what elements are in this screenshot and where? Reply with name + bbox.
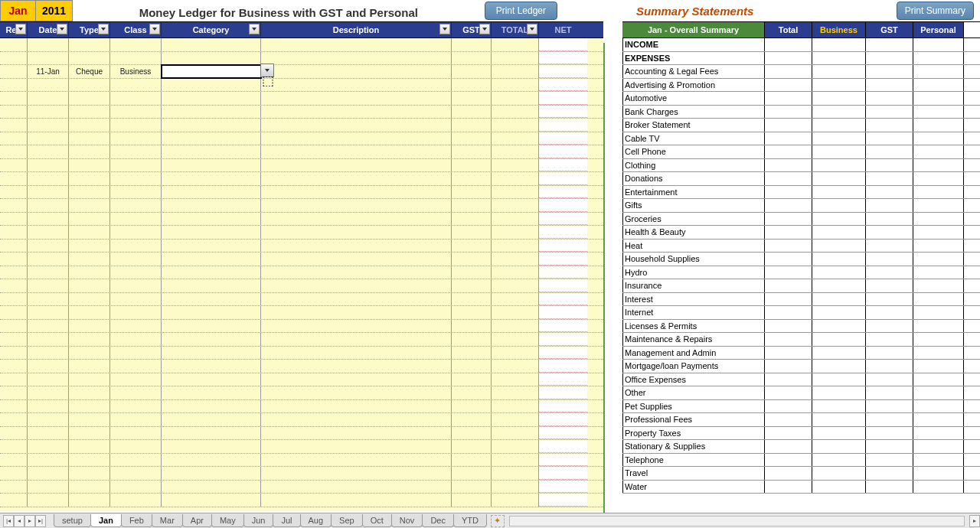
summary-value[interactable]	[765, 240, 812, 253]
summary-row[interactable]: Entertainment	[622, 186, 980, 200]
ledger-cell[interactable]	[28, 52, 69, 65]
summary-value[interactable]	[866, 159, 913, 172]
ledger-cell[interactable]	[261, 145, 452, 158]
summary-value[interactable]	[913, 65, 964, 78]
ledger-cell[interactable]	[110, 199, 162, 212]
ledger-cell[interactable]	[261, 454, 452, 467]
ledger-cell[interactable]	[0, 400, 28, 413]
summary-value[interactable]	[913, 79, 964, 92]
ledger-cell[interactable]	[452, 454, 492, 467]
ledger-cell[interactable]	[492, 494, 539, 507]
ledger-cell[interactable]	[162, 132, 261, 145]
summary-value[interactable]	[812, 199, 866, 212]
ledger-cell[interactable]	[261, 172, 452, 185]
summary-value[interactable]	[913, 279, 964, 292]
ledger-cell[interactable]	[28, 373, 69, 386]
ledger-cell[interactable]	[261, 373, 452, 386]
ledger-cell[interactable]	[28, 119, 69, 132]
ledger-cell[interactable]	[162, 347, 261, 360]
summary-row[interactable]: Interest	[622, 293, 980, 307]
ledger-cell[interactable]	[261, 440, 452, 453]
filter-button[interactable]	[249, 24, 260, 34]
ledger-cell[interactable]	[539, 106, 587, 119]
ledger-cell[interactable]	[539, 226, 587, 239]
ledger-cell[interactable]	[452, 159, 492, 172]
summary-value[interactable]	[765, 306, 812, 319]
ledger-cell[interactable]	[261, 386, 452, 399]
ledger-cell[interactable]	[162, 253, 261, 266]
ledger-cell[interactable]	[28, 253, 69, 266]
summary-value[interactable]	[812, 373, 866, 386]
filter-button[interactable]	[439, 24, 450, 34]
summary-value[interactable]	[866, 240, 913, 253]
ledger-cell[interactable]	[261, 199, 452, 212]
ledger-cell[interactable]	[69, 172, 110, 185]
ledger-cell[interactable]	[539, 132, 587, 145]
summary-row[interactable]: Mortgage/loan Payments	[622, 360, 980, 373]
ledger-cell[interactable]	[492, 159, 539, 172]
ledger-cell[interactable]	[452, 213, 492, 226]
ledger-cell[interactable]: Business	[110, 65, 162, 78]
ledger-cell[interactable]	[28, 145, 69, 158]
ledger-cell[interactable]	[162, 373, 261, 386]
ledger-row[interactable]: 11-JanChequeBusiness	[0, 65, 603, 79]
summary-value[interactable]	[765, 119, 812, 132]
ledger-cell[interactable]	[0, 279, 28, 292]
summary-value[interactable]	[913, 119, 964, 132]
summary-value[interactable]	[812, 253, 866, 266]
summary-value[interactable]	[765, 440, 812, 453]
ledger-cell[interactable]	[0, 293, 28, 306]
sheet-tab-jan[interactable]: Jan	[90, 514, 122, 527]
ledger-row[interactable]	[0, 440, 603, 454]
ledger-cell[interactable]	[539, 266, 587, 279]
ledger-cell[interactable]	[492, 427, 539, 440]
sheet-tab-apr[interactable]: Apr	[182, 514, 212, 527]
ledger-cell[interactable]	[261, 481, 452, 494]
ledger-cell[interactable]	[492, 213, 539, 226]
summary-value[interactable]	[812, 481, 866, 494]
summary-value[interactable]	[913, 467, 964, 480]
ledger-cell[interactable]	[492, 145, 539, 158]
ledger-cell[interactable]	[28, 79, 69, 92]
ledger-cell[interactable]	[162, 119, 261, 132]
ledger-cell[interactable]	[110, 306, 162, 319]
ledger-row[interactable]	[0, 413, 603, 427]
summary-value[interactable]	[812, 159, 866, 172]
ledger-cell[interactable]	[69, 413, 110, 426]
summary-row[interactable]: Bank Charges	[622, 106, 980, 119]
summary-row[interactable]: Hydro	[622, 266, 980, 280]
summary-value[interactable]	[913, 159, 964, 172]
ledger-cell[interactable]	[452, 145, 492, 158]
ledger-cell[interactable]	[69, 386, 110, 399]
ledger-cell[interactable]	[69, 467, 110, 480]
ledger-cell[interactable]	[162, 467, 261, 480]
ledger-cell[interactable]	[0, 333, 28, 346]
ledger-cell[interactable]	[69, 494, 110, 507]
ledger-cell[interactable]	[0, 186, 28, 199]
ledger-cell[interactable]	[261, 427, 452, 440]
summary-row[interactable]: Clothing	[622, 159, 980, 173]
ledger-cell[interactable]	[261, 494, 452, 507]
ledger-cell[interactable]	[0, 454, 28, 467]
ledger-cell[interactable]	[28, 427, 69, 440]
ledger-row[interactable]	[0, 253, 603, 266]
ledger-cell[interactable]	[261, 106, 452, 119]
ledger-cell[interactable]	[28, 199, 69, 212]
ledger-cell[interactable]	[452, 494, 492, 507]
ledger-row[interactable]	[0, 306, 603, 320]
col-type[interactable]: Type	[69, 22, 110, 37]
summary-value[interactable]	[765, 145, 812, 158]
summary-value[interactable]	[765, 38, 812, 51]
summary-value[interactable]	[812, 440, 866, 453]
summary-value[interactable]	[765, 65, 812, 78]
summary-value[interactable]	[765, 199, 812, 212]
ledger-cell[interactable]	[261, 119, 452, 132]
sheet-tab-mar[interactable]: Mar	[152, 514, 183, 527]
summary-value[interactable]	[812, 347, 866, 360]
summary-value[interactable]	[812, 279, 866, 292]
filter-button[interactable]	[527, 24, 537, 34]
summary-value[interactable]	[765, 427, 812, 440]
ledger-cell[interactable]	[69, 279, 110, 292]
summary-value[interactable]	[765, 226, 812, 239]
ledger-cell[interactable]	[110, 159, 162, 172]
